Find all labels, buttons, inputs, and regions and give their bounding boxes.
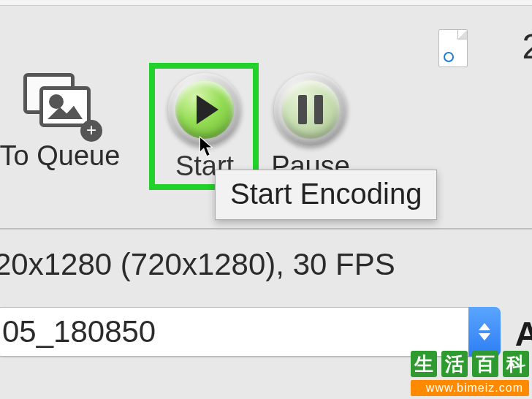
output-filename-combo[interactable]: 05_180850 [0,307,500,357]
add-to-queue-icon: + [23,73,96,136]
stepper-icon[interactable] [468,307,501,357]
play-icon [168,73,241,146]
start-button[interactable]: Start [153,73,256,182]
pause-button[interactable]: Pause [259,73,362,182]
add-to-queue-button[interactable]: + To Queue [0,73,140,172]
add-to-queue-label: To Queue [0,140,140,172]
watermark-char: 生 [411,351,437,377]
pause-icon [274,73,347,146]
watermark-char: 科 [503,351,529,377]
watermark-url: www.bimeiz.com [411,380,529,396]
cursor-icon [199,136,215,158]
file-name-fragment: 20 [522,26,532,66]
site-watermark: 生 活 百 科 www.bimeiz.com [411,351,529,396]
start-tooltip: Start Encoding [215,170,437,220]
window-titlebar [0,0,532,6]
right-label-fragment: A [515,314,532,354]
video-resolution-info: 20x1280 (720x1280), 30 FPS [0,247,395,282]
watermark-char: 百 [472,351,498,377]
divider [0,228,532,229]
output-filename-value: 05_180850 [2,314,156,349]
watermark-char: 活 [441,351,468,377]
quicktime-badge-icon [444,52,454,62]
plus-icon: + [80,120,102,142]
document-file-icon [438,29,468,67]
